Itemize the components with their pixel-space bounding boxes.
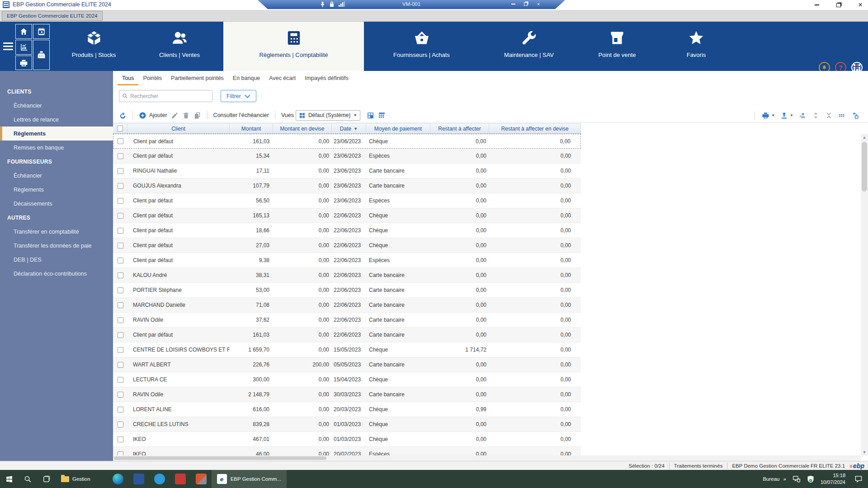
row-checkbox[interactable] [113, 417, 127, 432]
table-row[interactable]: IKEO467,010,0001/03/2023Chèque0,000,00 [113, 432, 581, 447]
bureau-toolbar[interactable]: Bureau » [763, 476, 786, 482]
defender-shield-icon[interactable] [807, 475, 814, 483]
taskbar-clock[interactable]: 15:18 10/07/2024 [821, 472, 845, 486]
nav-module-fournisseurs[interactable]: Fournisseurs | Achats [364, 22, 479, 71]
hamburger-menu-icon[interactable] [3, 42, 13, 50]
sidebar-item--ch-ancier[interactable]: Échéancier [0, 169, 113, 183]
nav-module-pointdevente[interactable]: Point de vente [579, 22, 656, 71]
export-icon[interactable]: ▼ [778, 112, 796, 119]
app-icon-red[interactable] [170, 470, 191, 488]
delete-trash-icon[interactable] [180, 112, 192, 119]
edit-pencil-icon[interactable] [169, 112, 180, 119]
row-checkbox[interactable] [113, 164, 127, 178]
printer-small-icon[interactable] [15, 56, 32, 70]
scrollbar-thumb[interactable] [114, 456, 326, 460]
refresh-window-icon[interactable] [849, 112, 862, 119]
sidebar-item-remises-en-banque[interactable]: Remises en banque [0, 141, 113, 155]
table-row[interactable]: Client par défaut56,500,0023/06/2023Espè… [113, 193, 581, 208]
table-row[interactable]: Client par défaut15,340,0023/06/2023Espè… [113, 149, 581, 164]
table-row[interactable]: Client par défaut161,030,0022/06/2023Car… [113, 328, 581, 343]
table-row[interactable]: Client par défaut165,130,0022/06/2023Chè… [113, 208, 581, 223]
row-checkbox[interactable] [113, 238, 127, 253]
nav-module-produits[interactable]: Produits | Stocks [52, 22, 136, 71]
row-checkbox[interactable] [113, 372, 127, 387]
chevrons-icon[interactable]: » [783, 476, 786, 482]
column-header-6[interactable]: Restant à affecter [430, 124, 489, 133]
app-icon-blue[interactable] [128, 470, 149, 488]
column-header-7[interactable]: Restant à affecter en devise [489, 124, 581, 133]
table-row[interactable]: WART ALBERT226,76200,0005/05/2023Carte b… [113, 357, 581, 372]
filter-tab-partiellement-point-s[interactable]: Partiellement pointés [166, 72, 228, 85]
row-checkbox[interactable] [113, 447, 127, 455]
taskbar-active-app[interactable]: e EBP Gestion Comm... [212, 470, 287, 488]
collapse-icon[interactable] [822, 112, 835, 119]
row-checkbox[interactable] [113, 343, 127, 357]
window-close-icon[interactable]: × [856, 1, 864, 9]
row-checkbox[interactable] [113, 223, 127, 238]
scroll-down-icon[interactable]: ▼ [861, 449, 868, 456]
table-row[interactable]: Client par défaut18,660,0022/06/2023Chèq… [113, 223, 581, 238]
row-checkbox[interactable] [113, 268, 127, 282]
app-icon-teal[interactable] [149, 470, 170, 488]
table-row[interactable]: LECTURA CE300,000,0015/04/2023Chèque0,00… [113, 372, 581, 387]
edge-browser-icon[interactable] [108, 470, 128, 488]
sidebar-item-lettres-de-relance[interactable]: Lettres de relance [0, 113, 113, 127]
window-minimize-icon[interactable] [813, 1, 821, 9]
task-view-icon[interactable] [37, 470, 56, 488]
table-row[interactable]: IKEO46,000,0020/02/2023Espèces0,000,00 [113, 447, 581, 455]
vm-minimize-icon[interactable] [510, 1, 516, 7]
filter-tab-point-s[interactable]: Pointés [138, 72, 166, 85]
row-checkbox[interactable] [113, 328, 127, 342]
sidebar-item--ch-ancier[interactable]: Échéancier [0, 99, 113, 113]
app-icon-orange[interactable] [191, 470, 212, 488]
table-row[interactable]: CENTRE DE LOISIRS COWBOYS ET FEES1 659,7… [113, 343, 581, 357]
row-checkbox[interactable] [113, 357, 127, 372]
row-checkbox[interactable] [113, 298, 127, 312]
sidebar-item-r-glements[interactable]: Règlements [0, 183, 113, 197]
row-checkbox[interactable] [113, 253, 127, 267]
vm-close-icon[interactable]: × [535, 1, 542, 7]
table-row[interactable]: Client par défaut161,030,0023/06/2023Chè… [113, 134, 581, 149]
filter-tab-en-banque[interactable]: En banque [228, 72, 264, 85]
sidebar-item-deb-des[interactable]: DEB | DES [0, 253, 113, 267]
vm-restore-icon[interactable] [523, 1, 529, 7]
column-header-1[interactable]: Client [127, 124, 230, 133]
table-row[interactable]: RAVIN Odile2 148,790,0030/03/2023Carte b… [113, 387, 581, 402]
calendar-icon[interactable] [33, 24, 50, 39]
start-icon[interactable] [0, 470, 19, 488]
search-input[interactable]: Rechercher [119, 90, 212, 102]
nav-module-maintenance[interactable]: Maintenance | SAV [479, 22, 579, 71]
row-checkbox[interactable] [113, 387, 127, 402]
network-icon[interactable] [793, 475, 801, 483]
row-checkbox[interactable] [113, 134, 128, 148]
table-row[interactable]: PORTIER Stéphane53,000,0022/06/2023Carte… [113, 283, 581, 298]
sidebar-item-d-caissements[interactable]: Décaissements [0, 197, 113, 211]
scroll-up-icon[interactable]: ▲ [861, 134, 868, 141]
views-dropdown[interactable]: Défaut (Système) ▼ [296, 110, 360, 121]
cash-register-icon[interactable] [33, 40, 50, 70]
nav-module-favoris[interactable]: Favoris [656, 22, 737, 71]
sidebar-item-d-claration-co-contributions[interactable]: Déclaration éco-contributions [0, 267, 113, 281]
table-row[interactable]: Client par défaut9,380,0022/06/2023Espèc… [113, 253, 581, 268]
table-row[interactable]: KALOU André38,310,0022/06/2023Carte banc… [113, 268, 581, 283]
home-icon[interactable] [15, 24, 32, 39]
grid-icon-2[interactable] [376, 112, 387, 119]
table-row[interactable]: CRECHE LES LUTINS839,280,0001/03/2023Chè… [113, 417, 581, 432]
taskbar-search-icon[interactable] [19, 470, 37, 488]
sidebar-item-transf-rer-les-donn-es-de-paie[interactable]: Transférer les données de paie [0, 239, 113, 253]
sidebar-item-transf-rer-en-comptabilit-[interactable]: Transférer en comptabilité [0, 225, 113, 239]
row-checkbox[interactable] [113, 149, 127, 163]
copy-icon[interactable] [192, 112, 203, 119]
refresh-icon[interactable] [117, 112, 128, 119]
table-row[interactable]: LORENT ALINE616,000,0020/03/2023Chèque0,… [113, 402, 581, 417]
vertical-scrollbar[interactable]: ▲ ▼ [861, 134, 868, 456]
select-all-checkbox[interactable] [113, 124, 127, 133]
window-maximize-icon[interactable] [835, 1, 843, 9]
column-header-2[interactable]: Montant [230, 124, 273, 133]
row-checkbox[interactable] [113, 313, 127, 327]
row-checkbox[interactable] [113, 402, 127, 417]
grid-icon-1[interactable] [365, 112, 376, 119]
table-row[interactable]: RINGUAI Nathalie17,110,0023/06/2023Carte… [113, 164, 581, 178]
columns-icon[interactable] [835, 112, 849, 119]
filter-tab-tous[interactable]: Tous [118, 72, 138, 85]
